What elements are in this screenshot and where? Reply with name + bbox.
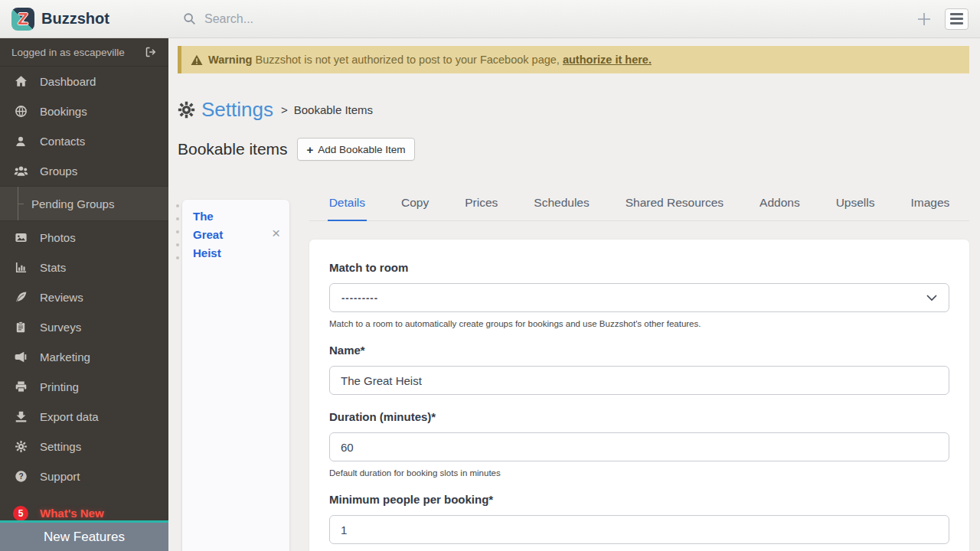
whats-new-badge: 5 <box>13 506 28 521</box>
duration-field[interactable] <box>329 432 949 461</box>
warning-prefix: Warning <box>208 54 252 66</box>
duration-label: Duration (minutes)* <box>329 410 949 423</box>
brand-name: Buzzshot <box>41 10 109 28</box>
tab-prices[interactable]: Prices <box>463 188 499 220</box>
main-content: Warning Buzzshot is not yet authorized t… <box>168 38 980 551</box>
printer-icon <box>13 380 28 393</box>
topbar-actions <box>916 8 980 30</box>
details-form: Match to room --------- Match to a room … <box>309 240 969 551</box>
bookable-item-list: The Great Heist × <box>176 200 289 551</box>
chevron-down-icon <box>926 295 937 302</box>
tab-addons[interactable]: Addons <box>758 188 802 220</box>
sidebar-subgroup: Pending Groups <box>0 186 168 221</box>
bookable-items-content: The Great Heist × Details Copy Prices Sc… <box>168 188 980 551</box>
tab-schedules[interactable]: Schedules <box>532 188 590 220</box>
question-circle-icon: ? <box>13 470 28 483</box>
user-icon <box>13 135 28 148</box>
buzzshot-logo-icon: Z <box>11 8 34 31</box>
sidebar-item-reviews[interactable]: Reviews <box>0 282 168 312</box>
sidebar-item-printing[interactable]: Printing <box>0 372 168 402</box>
plus-icon[interactable] <box>916 11 933 28</box>
sidebar-item-marketing[interactable]: Marketing <box>0 342 168 372</box>
menu-hamburger-button[interactable] <box>945 8 969 30</box>
top-bar: Z Buzzshot <box>0 0 980 38</box>
svg-text:?: ? <box>18 472 23 481</box>
sidebar-item-support[interactable]: ? Support <box>0 461 168 491</box>
tab-upsells[interactable]: Upsells <box>835 188 877 220</box>
sidebar: Logged in as escapeville Dashboard Booki… <box>0 38 168 551</box>
drag-handle-dots[interactable] <box>176 204 180 551</box>
megaphone-icon <box>13 350 28 364</box>
sidebar-item-export-data[interactable]: Export data <box>0 402 168 432</box>
tab-details[interactable]: Details <box>328 188 367 221</box>
sidebar-item-photos[interactable]: Photos <box>0 223 168 253</box>
name-field[interactable] <box>329 366 949 395</box>
logged-in-label: Logged in as escapeville <box>11 47 125 58</box>
match-to-room-select[interactable]: --------- <box>329 283 949 312</box>
logout-icon[interactable] <box>145 46 157 58</box>
authorize-link[interactable]: authorize it here. <box>563 54 652 66</box>
tab-shared-resources[interactable]: Shared Resources <box>624 188 725 220</box>
facebook-warning-banner: Warning Buzzshot is not yet authorized t… <box>178 46 969 73</box>
settings-gear-icon <box>178 101 195 119</box>
duration-help: Default duration for booking slots in mi… <box>329 468 949 478</box>
sidebar-item-contacts[interactable]: Contacts <box>0 126 168 156</box>
feather-icon <box>13 291 28 304</box>
sidebar-item-dashboard[interactable]: Dashboard <box>0 67 168 96</box>
tab-copy[interactable]: Copy <box>400 188 430 220</box>
name-label: Name* <box>329 344 949 357</box>
breadcrumb: Settings > Bookable Items <box>178 98 980 122</box>
page-title: Bookable items <box>178 140 288 158</box>
brand-logo[interactable]: Z Buzzshot <box>0 8 168 31</box>
search-bar <box>168 12 916 26</box>
new-features-button[interactable]: New Features <box>0 520 168 551</box>
warning-triangle-icon <box>191 54 203 66</box>
tab-images[interactable]: Images <box>909 188 951 220</box>
download-icon <box>13 410 28 423</box>
sidebar-item-settings[interactable]: Settings <box>0 432 168 461</box>
clipboard-icon <box>13 321 28 334</box>
globe-icon <box>13 105 28 118</box>
sidebar-item-groups[interactable]: Groups <box>0 156 168 186</box>
search-icon <box>183 12 196 25</box>
warning-message: Buzzshot is not yet authorized to post t… <box>256 54 560 66</box>
users-icon <box>13 165 28 178</box>
item-editor: Details Copy Prices Schedules Shared Res… <box>309 188 969 551</box>
match-to-room-value: --------- <box>341 292 378 304</box>
plus-icon: + <box>307 143 314 156</box>
bar-chart-icon <box>13 261 28 274</box>
breadcrumb-current-page: Bookable Items <box>294 103 373 116</box>
match-to-room-help: Match to a room to automatically create … <box>329 319 949 328</box>
add-bookable-item-button[interactable]: + Add Bookable Item <box>297 138 416 161</box>
sidebar-item-pending-groups[interactable]: Pending Groups <box>0 187 168 220</box>
breadcrumb-settings-link[interactable]: Settings <box>201 98 273 122</box>
bookable-item-name[interactable]: The Great Heist <box>193 207 243 262</box>
gear-icon <box>13 440 28 453</box>
match-to-room-label: Match to room <box>329 261 949 274</box>
image-icon <box>13 231 28 244</box>
item-editor-tabs: Details Copy Prices Schedules Shared Res… <box>309 188 969 221</box>
min-people-label: Minimum people per booking* <box>329 493 949 506</box>
search-input[interactable] <box>204 12 526 26</box>
home-icon <box>13 75 28 88</box>
sidebar-item-stats[interactable]: Stats <box>0 253 168 282</box>
sidebar-item-surveys[interactable]: Surveys <box>0 312 168 342</box>
close-icon[interactable]: × <box>272 226 280 240</box>
min-people-field[interactable] <box>329 515 949 544</box>
breadcrumb-separator: > <box>281 103 288 116</box>
page-title-row: Bookable items + Add Bookable Item <box>178 138 980 161</box>
sidebar-item-bookings[interactable]: Bookings <box>0 96 168 126</box>
logged-in-bar: Logged in as escapeville <box>0 38 168 67</box>
bookable-item-card[interactable]: The Great Heist × <box>182 200 289 551</box>
